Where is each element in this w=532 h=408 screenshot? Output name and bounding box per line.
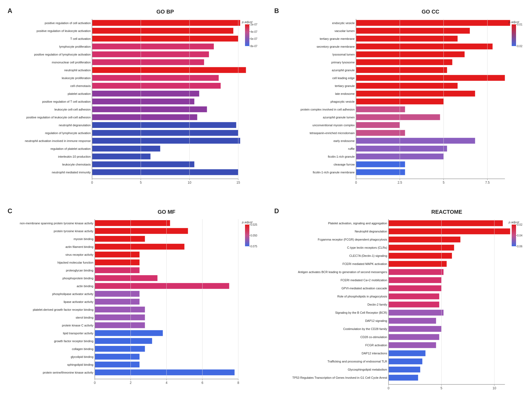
svg-text:GPVI-mediated activation casca: GPVI-mediated activation cascade [341,287,387,290]
svg-text:Glycosphingolipid metabolism: Glycosphingolipid metabolism [348,368,387,371]
svg-text:15: 15 [236,181,240,184]
svg-rect-78 [356,59,452,65]
svg-text:protein serine/threonine kinas: protein serine/threonine kinase activity [43,371,94,374]
svg-text:C-type lectin receptors (CLRs): C-type lectin receptors (CLRs) [347,246,387,249]
svg-rect-32 [92,138,240,144]
svg-text:0: 0 [94,381,96,385]
svg-text:azurophil granule: azurophil granule [332,69,355,72]
svg-text:DAP12 interactions: DAP12 interactions [362,352,387,355]
svg-rect-94 [356,122,400,128]
svg-text:Platelet activation, signaling: Platelet activation, signaling and aggre… [328,222,387,225]
svg-rect-215 [389,293,439,299]
svg-rect-28 [92,122,236,128]
svg-rect-136 [95,244,184,250]
svg-rect-219 [389,310,443,316]
svg-rect-12 [92,59,204,65]
svg-text:virus receptor activity: virus receptor activity [66,253,94,256]
svg-text:6: 6 [201,381,203,385]
svg-text:neutrophil degranulation: neutrophil degranulation [59,124,91,127]
svg-rect-4 [92,28,233,34]
svg-text:myosin binding: myosin binding [74,237,93,241]
svg-rect-74 [356,44,493,50]
svg-text:phospholipase activator activi: phospholipase activator activity [52,292,94,296]
svg-text:vacuolar lumen: vacuolar lumen [334,29,355,33]
svg-text:collagen binding: collagen binding [72,347,93,351]
svg-text:positive regulation of cell ac: positive regulation of cell activation [45,21,91,25]
svg-text:leukocyte proliferation: leukocyte proliferation [62,76,91,80]
svg-text:lipase activator activity: lipase activator activity [64,300,94,303]
svg-rect-225 [389,334,439,340]
svg-text:Antigen activates BCR leading : Antigen activates BCR leading to generat… [298,270,387,274]
svg-rect-8 [92,44,214,50]
svg-text:D: D [274,207,279,215]
svg-text:7.5: 7.5 [485,181,490,184]
svg-text:protein complex involved in ce: protein complex involved in cell adhesio… [301,108,355,111]
svg-text:lysosomal lumen: lysosomal lumen [332,53,355,56]
svg-rect-22 [92,99,194,105]
svg-rect-249 [512,225,516,246]
svg-rect-18 [92,83,221,89]
svg-rect-188 [245,225,249,246]
svg-text:leukocyte chemotaxis: leukocyte chemotaxis [62,163,91,166]
svg-text:Costimulation by the CD28 fami: Costimulation by the CD28 family [343,327,387,331]
svg-text:0.04: 0.04 [517,234,523,237]
svg-text:platelet-derived growth factor: platelet-derived growth factor receptor … [33,308,93,311]
svg-rect-90 [356,106,405,112]
svg-text:glycolipid binding: glycolipid binding [71,355,93,358]
panel-C: C GO MF non-membrane spanning protein ty… [3,203,268,407]
panel-A: A GO BP positive regulation of cell acti… [3,3,268,202]
svg-text:neutrophil mediated immunity: neutrophil mediated immunity [52,171,91,174]
svg-rect-130 [95,220,170,226]
svg-text:GO MF: GO MF [158,209,175,215]
svg-rect-150 [95,299,140,305]
svg-rect-229 [389,350,426,356]
svg-rect-40 [92,169,238,175]
svg-text:positive regulation of leukocy: positive regulation of leukocyte activat… [37,29,91,33]
svg-text:FCERI mediated Ca+2 mobilizati: FCERI mediated Ca+2 mobilization [341,279,387,282]
svg-rect-156 [95,322,145,328]
svg-text:C: C [8,207,12,215]
svg-rect-123 [512,24,516,46]
svg-rect-104 [356,161,405,167]
svg-rect-16 [92,75,219,81]
svg-text:growth factor receptor binding: growth factor receptor binding [54,339,93,343]
svg-text:protein tyrosine kinase activi: protein tyrosine kinase activity [54,229,93,233]
svg-rect-209 [389,269,443,275]
svg-rect-132 [95,228,188,234]
svg-text:lymphocyte proliferation: lymphocyte proliferation [59,45,91,48]
svg-rect-217 [389,302,439,307]
svg-text:leukocyte cell-cell adhesion: leukocyte cell-cell adhesion [54,108,91,111]
svg-text:Trafficking and processing of : Trafficking and processing of endosomal … [327,360,387,363]
svg-rect-92 [356,114,440,120]
svg-rect-207 [389,261,447,267]
svg-text:early endosome: early endosome [334,139,355,143]
svg-text:tertiary granule: tertiary granule [335,84,355,88]
svg-text:sterol binding: sterol binding [76,316,93,319]
svg-text:ficolin-1-rich granule membran: ficolin-1-rich granule membrane [313,171,355,174]
svg-text:DAP12 signaling: DAP12 signaling [365,319,387,322]
svg-rect-140 [95,260,140,265]
svg-rect-211 [389,277,441,283]
svg-text:2: 2 [130,381,132,385]
svg-text:Neutrophil degranulation: Neutrophil degranulation [355,230,387,233]
svg-text:GO CC: GO CC [422,9,439,15]
svg-text:actin binding: actin binding [77,284,93,288]
svg-rect-80 [356,67,447,73]
svg-rect-160 [95,338,152,344]
svg-rect-36 [92,154,151,160]
svg-text:secretory granule membrane: secretory granule membrane [316,45,355,48]
svg-rect-84 [356,83,458,89]
svg-rect-138 [95,252,140,258]
svg-text:Fcgamma receptor (FCGR) depend: Fcgamma receptor (FCGR) dependent phagoc… [318,238,387,241]
svg-rect-223 [389,326,441,332]
svg-text:0: 0 [91,181,93,184]
svg-text:cell chemotaxis: cell chemotaxis [70,84,91,88]
svg-rect-98 [356,138,475,144]
svg-rect-221 [389,318,436,324]
svg-text:0.02: 0.02 [517,223,523,226]
svg-rect-68 [356,20,510,26]
svg-rect-106 [356,169,405,175]
svg-text:2e-07: 2e-07 [250,23,257,26]
svg-text:late endosome: late endosome [335,92,355,95]
svg-text:0.02: 0.02 [517,45,523,48]
